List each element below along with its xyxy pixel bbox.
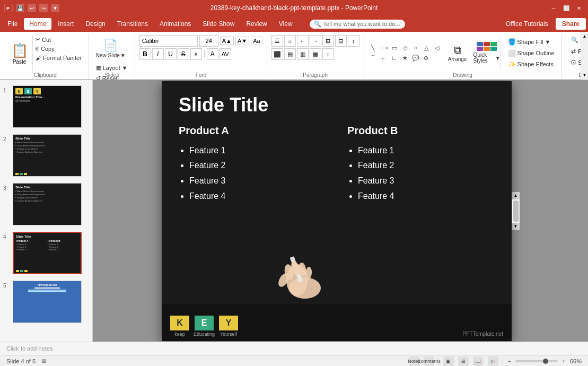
- bullets-button[interactable]: ☰: [271, 35, 283, 47]
- clear-format-button[interactable]: Aa: [251, 37, 262, 45]
- scrollbar-down-button[interactable]: ▼: [512, 223, 520, 230]
- col-a-item-1[interactable]: Feature 1: [189, 143, 326, 159]
- minimize-button[interactable]: ─: [549, 3, 558, 13]
- shape-callout[interactable]: 💬: [411, 53, 420, 63]
- close-button[interactable]: ✕: [574, 3, 584, 13]
- shape-fill-button[interactable]: 🪣 Shape Fill ▼: [505, 37, 557, 47]
- format-painter-button[interactable]: 🖌 Format Painter: [33, 54, 84, 62]
- menu-transitions[interactable]: Transitions: [112, 18, 153, 30]
- zoom-minus-icon[interactable]: −: [507, 358, 511, 365]
- slide-title[interactable]: Slide Title: [162, 81, 512, 125]
- reading-view-button[interactable]: 📖: [473, 356, 484, 366]
- columns-button[interactable]: ⊟: [335, 35, 347, 47]
- tell-me-box[interactable]: 🔍 Tell me what you want to do...: [310, 20, 405, 29]
- bold-button[interactable]: B: [139, 48, 151, 60]
- menu-insert[interactable]: Insert: [52, 18, 79, 30]
- menu-design[interactable]: Design: [80, 18, 110, 30]
- shape-rtri[interactable]: ◁: [432, 43, 442, 53]
- align-left-button[interactable]: ⬛: [271, 48, 283, 60]
- align-right-button[interactable]: ▥: [297, 48, 309, 60]
- scrollbar-thumb[interactable]: [513, 201, 519, 222]
- redo-icon[interactable]: ↪: [39, 4, 48, 12]
- shape-arrow[interactable]: ⟶: [379, 43, 389, 53]
- shape-star[interactable]: ★: [400, 53, 410, 63]
- align-center-button[interactable]: ▤: [284, 48, 296, 60]
- slide-thumb-5[interactable]: 5 PPTemplate.net: [2, 280, 90, 324]
- shape-curve[interactable]: ⌒: [368, 53, 378, 63]
- undo-icon[interactable]: ↩: [28, 4, 36, 12]
- shape-tri[interactable]: △: [422, 43, 431, 53]
- font-color-button[interactable]: A: [207, 48, 218, 60]
- quick-styles-button[interactable]: Quick Styles ▼: [473, 37, 501, 69]
- col-a-item-2[interactable]: Feature 2: [189, 158, 326, 173]
- font-size-input[interactable]: [199, 35, 218, 47]
- col-b-item-4[interactable]: Feature 4: [358, 189, 495, 204]
- menu-slideshow[interactable]: Slide Show: [197, 18, 240, 30]
- share-button[interactable]: Share: [556, 18, 586, 30]
- line-spacing-button[interactable]: ↕: [322, 48, 334, 60]
- shape-line[interactable]: ╲: [368, 43, 378, 53]
- shapes-more[interactable]: ⊕: [422, 53, 431, 63]
- status-icon: ⊞: [42, 358, 46, 364]
- increase-font-button[interactable]: A▲: [220, 37, 234, 45]
- font-name-input[interactable]: [139, 35, 198, 47]
- shape-outline-button[interactable]: ⬜ Shape Outline: [505, 48, 557, 58]
- ribbon-scroll-down[interactable]: ▼: [583, 73, 587, 77]
- shape-effects-button[interactable]: ✨ Shape Effects: [505, 59, 557, 69]
- decrease-indent-button[interactable]: ←: [297, 35, 309, 47]
- slide-thumb-2[interactable]: 2 Slide Title • Make Effective Presentat…: [2, 133, 90, 178]
- col-a-title[interactable]: Product A: [179, 125, 326, 137]
- restore-button[interactable]: ⬜: [561, 3, 571, 13]
- col-b-item-2[interactable]: Feature 2: [358, 158, 495, 173]
- copy-button[interactable]: ⎘ Copy: [33, 45, 84, 53]
- comments-button[interactable]: Comments: [424, 356, 434, 366]
- shadow-button[interactable]: s: [190, 48, 202, 60]
- save-icon[interactable]: 💾: [16, 4, 24, 12]
- char-spacing-button[interactable]: AV: [220, 48, 231, 60]
- col-b-item-3[interactable]: Feature 3: [358, 173, 495, 189]
- slideshow-button[interactable]: ▷: [488, 356, 498, 366]
- italic-button[interactable]: I: [152, 48, 164, 60]
- numbering-button[interactable]: ≡: [284, 35, 296, 47]
- col-a-item-3[interactable]: Feature 3: [189, 173, 326, 189]
- slide-thumb-4[interactable]: 4 Slide Title Product A • Feature 1 • Fe…: [2, 231, 90, 275]
- shape-circle[interactable]: ○: [411, 43, 420, 53]
- smart-art-button[interactable]: ⊞: [322, 35, 334, 47]
- layout-button[interactable]: ▦ Layout ▼: [93, 63, 130, 72]
- strikethrough-button[interactable]: S: [178, 48, 189, 60]
- increase-indent-button[interactable]: →: [310, 35, 321, 47]
- justify-button[interactable]: ▦: [310, 48, 321, 60]
- slide-thumb-1[interactable]: 1 K E Y Presentation Title... @Yourname: [2, 84, 90, 129]
- menu-animations[interactable]: Animations: [154, 18, 196, 30]
- shape-diamond[interactable]: ◇: [400, 43, 410, 53]
- slide-thumb-3[interactable]: 3 Slide Title • Make Effective Presentat…: [2, 182, 90, 226]
- col-b-item-1[interactable]: Feature 1: [358, 143, 495, 159]
- menu-file[interactable]: File: [2, 18, 23, 30]
- zoom-plus-icon[interactable]: +: [562, 358, 566, 365]
- arrange-button[interactable]: ⧉ Arrange: [444, 37, 471, 69]
- menu-home[interactable]: Home: [24, 18, 51, 30]
- shape-bent[interactable]: ∟: [390, 53, 399, 63]
- col-b-title[interactable]: Product B: [347, 125, 495, 137]
- text-dir-button[interactable]: ↕: [348, 35, 359, 47]
- paste-button[interactable]: 📋 Paste: [6, 35, 33, 72]
- slide-canvas[interactable]: Slide Title Product A Feature 1 Feature …: [162, 81, 512, 341]
- new-slide-label: New Slide: [96, 53, 120, 58]
- scrollbar-up-button[interactable]: ▲: [512, 192, 520, 199]
- slide-sorter-button[interactable]: ⊞: [458, 356, 469, 366]
- ribbon-scroll-up[interactable]: ▲: [583, 34, 587, 39]
- menu-view[interactable]: View: [274, 18, 298, 30]
- menu-review[interactable]: Review: [241, 18, 272, 30]
- decrease-font-button[interactable]: A▼: [235, 37, 249, 45]
- customize-icon[interactable]: ▼: [51, 4, 59, 12]
- shape-rect[interactable]: ▭: [390, 43, 399, 53]
- outline-icon: ⬜: [508, 49, 516, 57]
- shape-conn[interactable]: ⌐: [379, 53, 389, 63]
- cut-button[interactable]: ✂ Cut: [33, 35, 84, 44]
- col-a-item-4[interactable]: Feature 4: [189, 189, 326, 204]
- normal-view-button[interactable]: ▣: [443, 356, 454, 366]
- zoom-slider[interactable]: [515, 360, 558, 362]
- new-slide-button[interactable]: 📄 New Slide ▼: [93, 35, 128, 62]
- office-tutorials-button[interactable]: Office Tutorials: [501, 18, 554, 30]
- underline-button[interactable]: U: [165, 48, 177, 60]
